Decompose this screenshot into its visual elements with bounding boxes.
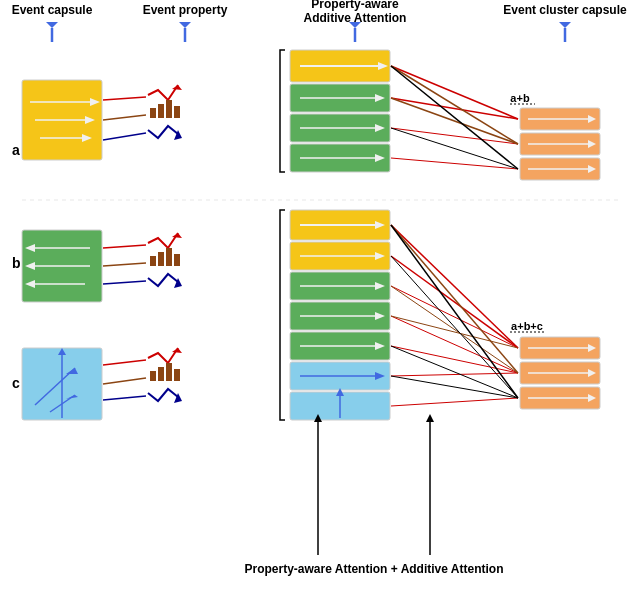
prop-c-bar2 bbox=[158, 367, 164, 381]
arrow-a-to-prop2 bbox=[103, 115, 146, 120]
conn-b-red-3 bbox=[391, 286, 518, 348]
prop-c-red bbox=[148, 348, 178, 363]
arrow-c-to-prop3 bbox=[103, 396, 146, 400]
conn-b-red-4 bbox=[391, 316, 518, 373]
conn-red-4 bbox=[391, 158, 518, 169]
prop-c-blue bbox=[148, 389, 178, 401]
prop-a-bar1 bbox=[150, 108, 156, 118]
prop-b-bar1 bbox=[150, 256, 156, 266]
label-a: a bbox=[12, 142, 20, 158]
result-abc-label: a+b+c bbox=[511, 320, 543, 332]
bracket-top-left bbox=[280, 50, 285, 172]
arrow-event-capsule bbox=[46, 22, 58, 28]
prop-a-bar4 bbox=[174, 106, 180, 118]
prop-b-red bbox=[148, 233, 178, 248]
diagram-container: Event capsule Event property Property-aw… bbox=[0, 0, 640, 593]
arrow-event-property bbox=[179, 22, 191, 28]
prop-a-bar3 bbox=[166, 100, 172, 118]
conn-b-black-2 bbox=[391, 256, 518, 398]
arrow-b-to-prop2 bbox=[103, 263, 146, 266]
result-ab-label: a+b bbox=[510, 92, 530, 104]
prop-a-bar2 bbox=[158, 104, 164, 118]
prop-a-red-head bbox=[172, 85, 182, 90]
prop-a-red bbox=[148, 85, 178, 100]
prop-c-bar3 bbox=[166, 363, 172, 381]
conn-red-3 bbox=[391, 128, 518, 144]
conn-red-1 bbox=[391, 66, 518, 119]
prop-b-bar3 bbox=[166, 248, 172, 266]
prop-b-bar4 bbox=[174, 254, 180, 266]
prop-c-bar4 bbox=[174, 369, 180, 381]
arrow-b-to-prop3 bbox=[103, 281, 146, 284]
prop-a-blue bbox=[148, 126, 178, 138]
conn-b-red-7 bbox=[391, 398, 518, 406]
prop-b-red-head bbox=[172, 233, 182, 238]
conn-b-red-2 bbox=[391, 256, 518, 348]
bottom-label: Property-aware Attention + Additive Atte… bbox=[244, 562, 503, 576]
bottom-arrow-right-head bbox=[426, 414, 434, 422]
prop-c-red-head bbox=[172, 348, 182, 353]
bracket-bottom-left bbox=[280, 210, 285, 420]
conn-b-brown-2 bbox=[391, 316, 518, 348]
arrow-paaa bbox=[349, 22, 361, 28]
arrow-c-to-prop2 bbox=[103, 378, 146, 384]
label-c: c bbox=[12, 375, 20, 391]
prop-b-blue bbox=[148, 274, 178, 286]
label-b: b bbox=[12, 255, 21, 271]
event-capsule-label: Event capsule bbox=[12, 3, 93, 17]
arrow-a-to-prop1 bbox=[103, 97, 146, 100]
arrow-a-to-prop3 bbox=[103, 133, 146, 140]
conn-b-red-6 bbox=[391, 373, 518, 376]
conn-black-2 bbox=[391, 128, 518, 169]
arrow-c-to-prop1 bbox=[103, 360, 146, 365]
conn-b-black-4 bbox=[391, 376, 518, 398]
event-property-label: Event property bbox=[143, 3, 228, 17]
prop-c-bar1 bbox=[150, 371, 156, 381]
arrow-b-to-prop1 bbox=[103, 245, 146, 248]
conn-black-1 bbox=[391, 66, 518, 169]
event-cluster-label: Event cluster capsule bbox=[503, 3, 627, 17]
prop-b-bar2 bbox=[158, 252, 164, 266]
conn-red-2 bbox=[391, 98, 518, 119]
arrow-cluster bbox=[559, 22, 571, 28]
paaa-label-line1: Property-aware bbox=[311, 0, 399, 11]
